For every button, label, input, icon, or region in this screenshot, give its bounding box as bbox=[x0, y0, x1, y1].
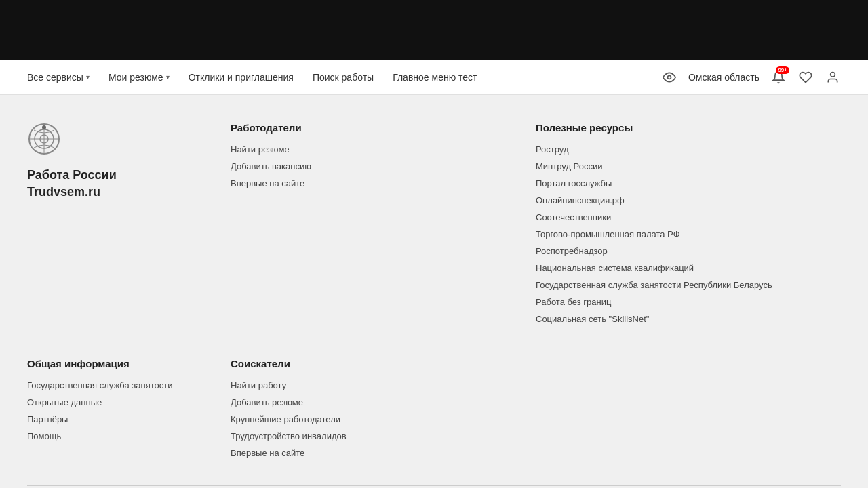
svg-point-1 bbox=[831, 72, 835, 77]
svg-point-7 bbox=[42, 125, 46, 129]
link-tpp[interactable]: Торгово-промышленная палата РФ bbox=[536, 229, 841, 239]
footer-general: Общая информация Государственная служба … bbox=[27, 358, 231, 465]
link-open-data[interactable]: Открытые данные bbox=[27, 397, 203, 407]
notification-badge: 99+ bbox=[776, 66, 789, 74]
nav-item-my-resume[interactable]: Мои резюме ▾ bbox=[108, 72, 170, 83]
eye-icon[interactable] bbox=[661, 69, 677, 85]
resources-title: Полезные ресурсы bbox=[536, 122, 841, 134]
brand-name: Работа России Trudvsem.ru bbox=[27, 167, 203, 201]
general-title: Общая информация bbox=[27, 358, 203, 369]
link-partners[interactable]: Партнёры bbox=[27, 414, 203, 424]
link-nsk[interactable]: Национальная система квалификаций bbox=[536, 263, 841, 273]
link-major-employers[interactable]: Крупнейшие работодатели bbox=[231, 414, 841, 424]
link-help[interactable]: Помощь bbox=[27, 431, 203, 441]
nav-item-responses[interactable]: Отклики и приглашения bbox=[189, 72, 294, 83]
link-rostrud[interactable]: Роструд bbox=[536, 144, 841, 155]
chevron-down-icon: ▾ bbox=[86, 73, 90, 81]
region-selector[interactable]: Омская область bbox=[688, 72, 760, 83]
nav-item-all-services[interactable]: Все сервисы ▾ bbox=[27, 72, 90, 83]
footer-col-resources: Полезные ресурсы Роструд Минтруд России … bbox=[536, 122, 841, 331]
link-first-time-jobseekers[interactable]: Впервые на сайте bbox=[231, 448, 841, 458]
link-online-inspekcia[interactable]: Онлайнинспекция.рф bbox=[536, 195, 841, 205]
link-find-resume[interactable]: Найти резюме bbox=[231, 144, 536, 155]
link-find-job[interactable]: Найти работу bbox=[231, 380, 841, 390]
nav-item-job-search[interactable]: Поиск работы bbox=[313, 72, 374, 83]
nav-right: Омская область 99+ bbox=[661, 69, 841, 85]
link-first-time-employers[interactable]: Впервые на сайте bbox=[231, 178, 536, 188]
link-rabota-bez[interactable]: Работа без границ bbox=[536, 297, 841, 307]
brand-logo bbox=[27, 122, 61, 156]
nav-left: Все сервисы ▾ Мои резюме ▾ Отклики и при… bbox=[27, 72, 639, 83]
footer-brand: Работа России Trudvsem.ru bbox=[27, 122, 231, 331]
footer-col-jobseekers: Соискатели Найти работу Добавить резюме … bbox=[231, 358, 841, 465]
link-rospotreb[interactable]: Роспотребнадзор bbox=[536, 246, 841, 256]
link-goszan[interactable]: Государственная служба занятости bbox=[27, 380, 203, 390]
link-belarus[interactable]: Государственная служба занятости Республ… bbox=[536, 280, 841, 290]
link-gosluzhba[interactable]: Портал госслужбы bbox=[536, 178, 841, 188]
top-black-bar bbox=[0, 0, 868, 60]
footer-info: Общая информация Государственная служба … bbox=[27, 358, 841, 465]
link-add-vacancy[interactable]: Добавить вакансию bbox=[231, 161, 536, 171]
link-sooteche[interactable]: Соотечественники bbox=[536, 212, 841, 222]
svg-point-0 bbox=[667, 75, 671, 79]
notification-bell-icon[interactable]: 99+ bbox=[770, 69, 787, 85]
link-mintrud[interactable]: Минтруд России bbox=[536, 161, 841, 171]
employers-title: Работодатели bbox=[231, 122, 536, 134]
footer-bottom: Меры безопасности | Техническая поддержк… bbox=[27, 485, 841, 488]
link-add-resume[interactable]: Добавить резюме bbox=[231, 397, 841, 407]
link-skillsnet[interactable]: Социальная сеть "SkillsNet" bbox=[536, 314, 841, 324]
chevron-down-icon: ▾ bbox=[166, 73, 170, 81]
footer-col-employers: Работодатели Найти резюме Добавить вакан… bbox=[231, 122, 536, 331]
favorites-icon[interactable] bbox=[797, 69, 814, 85]
jobseekers-title: Соискатели bbox=[231, 358, 841, 369]
link-disability[interactable]: Трудоустройство инвалидов bbox=[231, 431, 841, 441]
user-account-icon[interactable] bbox=[825, 69, 841, 85]
navbar: Все сервисы ▾ Мои резюме ▾ Отклики и при… bbox=[0, 60, 868, 95]
footer-top: Работа России Trudvsem.ru Работодатели Н… bbox=[27, 122, 841, 331]
footer: Работа России Trudvsem.ru Работодатели Н… bbox=[0, 95, 868, 488]
nav-item-main-menu[interactable]: Главное меню тест bbox=[393, 72, 477, 83]
